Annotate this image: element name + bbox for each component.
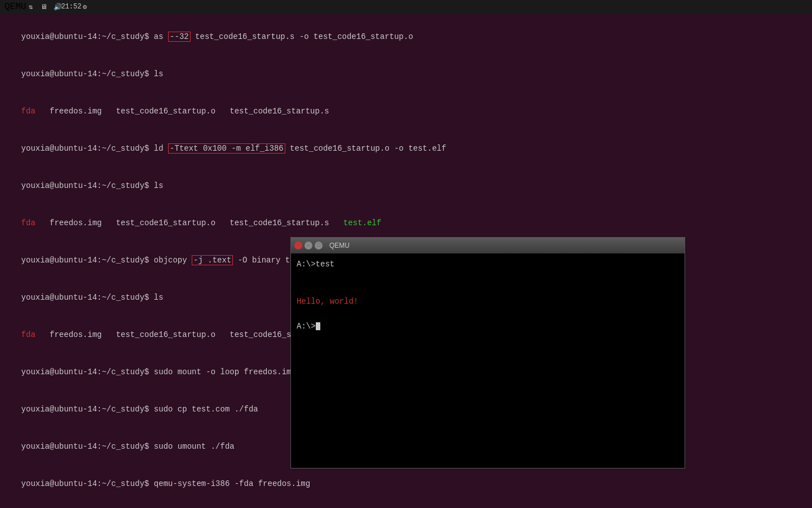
- ls-output: freedos.img test_code16_startup.o test_c…: [36, 218, 343, 227]
- maximize-icon: □: [317, 243, 320, 248]
- cmd-text: ld: [154, 144, 168, 153]
- cmd-rest: test_code16_startup.o -o test.elf: [285, 144, 447, 153]
- cmd-text: ls: [154, 181, 164, 190]
- taskbar-right-area: ⇅ 🖥 🔊 21:52 ⚙: [26, 2, 89, 11]
- close-button[interactable]: ×: [294, 242, 302, 249]
- prompt: youxia@ubuntu-14:~/c_study$: [21, 69, 154, 78]
- time-display: 21:52: [67, 2, 76, 11]
- qemu-output-line: Hello, world!: [297, 295, 679, 308]
- terminal-line: fda freedos.img test_code16_startup.o te…: [2, 93, 810, 130]
- cmd-text: ls: [154, 69, 164, 78]
- qemu-titlebar: × − □ QEMU: [291, 238, 685, 253]
- app-icon: 🖥: [39, 2, 48, 11]
- network-icon: ⇅: [26, 2, 35, 11]
- terminal-line: youxia@ubuntu-14:~/c_study$ ls: [2, 167, 810, 204]
- close-icon: ×: [297, 243, 299, 248]
- terminal-line: youxia@ubuntu-14:~/c_study$ ls: [2, 55, 810, 93]
- qemu-content[interactable]: A:\>test Hello, world! A:\>: [291, 253, 685, 468]
- ls-output: freedos.img test_code16_startup.o test_c…: [36, 107, 329, 116]
- highlight-32: --32: [168, 32, 191, 42]
- prompt: youxia@ubuntu-14:~/c_study$: [21, 181, 154, 190]
- prompt: youxia@ubuntu-14:~/c_study$: [21, 405, 154, 414]
- qemu-line: [297, 283, 679, 295]
- qemu-line: A:\>test: [297, 258, 679, 270]
- cmd-text: sudo umount ./fda: [154, 442, 235, 451]
- cursor-line: [2, 502, 810, 508]
- minimize-icon: −: [307, 243, 310, 248]
- fda-label: fda: [21, 218, 36, 227]
- fda-label: fda: [21, 107, 36, 116]
- qemu-line: [297, 308, 679, 320]
- prompt: youxia@ubuntu-14:~/c_study$: [21, 442, 154, 451]
- cmd-text: as: [154, 32, 168, 41]
- prompt: youxia@ubuntu-14:~/c_study$: [21, 32, 154, 41]
- test-elf-label: test.elf: [343, 218, 381, 227]
- qemu-prompt-line: A:\>: [297, 320, 679, 332]
- settings-icon: ⚙: [80, 2, 89, 11]
- qemu-cursor: [316, 322, 320, 330]
- prompt: youxia@ubuntu-14:~/c_study$: [21, 144, 154, 153]
- prompt: youxia@ubuntu-14:~/c_study$: [21, 293, 154, 302]
- prompt: youxia@ubuntu-14:~/c_study$: [21, 367, 154, 376]
- qemu-window[interactable]: × − □ QEMU A:\>test Hello, world! A:\>: [290, 237, 685, 468]
- maximize-button[interactable]: □: [315, 242, 323, 249]
- terminal-line: youxia@ubuntu-14:~/c_study$ qemu-system-…: [2, 465, 810, 502]
- terminal-line: fda freedos.img test_code16_startup.o te…: [2, 204, 810, 242]
- cmd-text: qemu-system-i386 -fda freedos.img: [154, 479, 310, 488]
- cmd-text: objcopy: [154, 256, 192, 265]
- cmd-rest: test_code16_startup.s -o test_code16_sta…: [191, 32, 413, 41]
- qemu-line: [297, 270, 679, 283]
- cmd-text: sudo cp test.com ./fda: [154, 405, 258, 414]
- qemu-window-title: QEMU: [329, 242, 350, 249]
- fda-label: fda: [21, 330, 36, 339]
- taskbar-title: QEMU: [5, 2, 26, 12]
- minimize-button[interactable]: −: [304, 242, 312, 249]
- terminal-line: youxia@ubuntu-14:~/c_study$ ld -Ttext 0x…: [2, 130, 810, 167]
- prompt: youxia@ubuntu-14:~/c_study$: [21, 256, 154, 265]
- prompt: youxia@ubuntu-14:~/c_study$: [21, 479, 154, 488]
- terminal-line: youxia@ubuntu-14:~/c_study$ as --32 test…: [2, 18, 810, 55]
- cmd-text: ls: [154, 293, 164, 302]
- taskbar: QEMU ⇅ 🖥 🔊 21:52 ⚙: [0, 0, 812, 14]
- highlight-j-text: -j .text: [192, 255, 233, 265]
- highlight-ttext: -Ttext 0x100 -m elf_i386: [168, 143, 285, 154]
